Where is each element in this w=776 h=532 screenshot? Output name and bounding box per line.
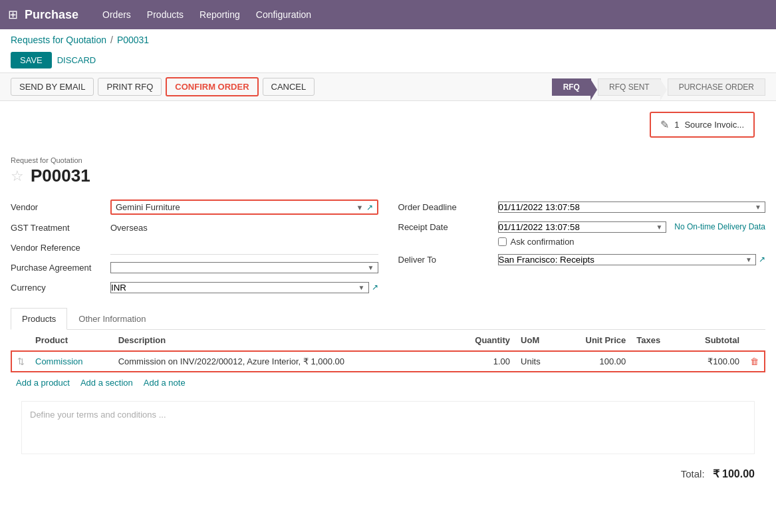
- vendor-row: Vendor Gemini Furniture ▼ ↗: [11, 197, 378, 217]
- purchase-agreement-row: Purchase Agreement ▼: [11, 257, 378, 277]
- order-deadline-select-wrapper: 01/11/2022 13:07:58 ▼: [498, 201, 766, 213]
- form-fields: Vendor Gemini Furniture ▼ ↗ GST Treatmen…: [11, 197, 765, 297]
- total-value: ₹ 100.00: [713, 467, 755, 480]
- vendor-reference-field[interactable]: [110, 240, 378, 255]
- nav-reporting[interactable]: Reporting: [192, 0, 248, 29]
- subtotal-cell: ₹100.00: [680, 351, 745, 372]
- uom-cell: Units: [515, 351, 559, 372]
- edit-icon: ✎: [660, 118, 669, 131]
- deliver-to-select[interactable]: San Francisco: Receipts: [498, 254, 757, 265]
- product-cell: Commission: [30, 351, 113, 372]
- status-pills: RFQ RFQ SENT PURCHASE ORDER: [552, 78, 765, 96]
- table-row: ⇅ Commission Commission on INV/2022/0001…: [11, 351, 765, 372]
- col-subtotal: Subtotal: [680, 330, 745, 351]
- source-invoice-button[interactable]: ✎ 1 Source Invoic...: [650, 112, 755, 138]
- breadcrumb-current: P00031: [117, 35, 149, 45]
- taxes-cell: [631, 351, 680, 372]
- col-description: Description: [113, 330, 451, 351]
- grid-icon[interactable]: ⊞: [8, 7, 18, 22]
- receipt-date-wrapper: 01/11/2022 13:07:58 ▼ No On-time Deliver…: [498, 221, 766, 233]
- add-section-link[interactable]: Add a section: [80, 378, 133, 388]
- vendor-reference-label: Vendor Reference: [11, 243, 110, 253]
- col-quantity: Quantity: [450, 330, 515, 351]
- discard-button[interactable]: DISCARD: [57, 55, 96, 65]
- delete-row-icon[interactable]: 🗑: [750, 356, 759, 366]
- deliver-to-select-wrapper: San Francisco: Receipts ▼: [498, 254, 757, 265]
- gst-row: GST Treatment Overseas: [11, 217, 378, 237]
- add-links: Add a product Add a section Add a note: [11, 372, 765, 393]
- breadcrumb-parent[interactable]: Requests for Quotation: [11, 35, 106, 45]
- currency-wrapper: INR ▼ ↗: [110, 282, 378, 293]
- source-invoice-area: ✎ 1 Source Invoic...: [0, 101, 776, 148]
- cancel-button[interactable]: CANCEL: [263, 78, 315, 96]
- purchase-agreement-wrapper: ▼: [110, 262, 378, 273]
- terms-area[interactable]: Define your terms and conditions ...: [21, 401, 755, 454]
- ask-confirmation-checkbox[interactable]: [498, 237, 507, 246]
- record-title: ☆ P00031: [11, 166, 765, 186]
- currency-select-wrapper: INR ▼: [110, 282, 369, 293]
- currency-external-link[interactable]: ↗: [372, 283, 378, 292]
- no-delivery-label: No On-time Delivery Data: [674, 222, 765, 231]
- receipt-date-select-wrapper: 01/11/2022 13:07:58 ▼: [498, 221, 667, 233]
- vendor-value: Gemini Furniture: [116, 202, 180, 212]
- total-label: Total:: [681, 468, 705, 479]
- col-uom: UoM: [515, 330, 559, 351]
- receipt-date-label: Receipt Date: [398, 222, 498, 232]
- tab-products[interactable]: Products: [11, 308, 67, 330]
- add-product-link[interactable]: Add a product: [16, 378, 70, 388]
- record-type-label: Request for Quotation: [11, 156, 765, 164]
- purchase-agreement-label: Purchase Agreement: [11, 263, 110, 273]
- order-deadline-select[interactable]: 01/11/2022 13:07:58: [498, 201, 766, 213]
- gst-value: Overseas: [110, 223, 378, 233]
- record-number: P00031: [31, 166, 90, 186]
- gst-label: GST Treatment: [11, 223, 110, 233]
- source-invoice-count: 1: [674, 120, 679, 130]
- order-deadline-label: Order Deadline: [398, 202, 498, 212]
- breadcrumb-separator: /: [110, 35, 113, 45]
- deliver-to-row: Deliver To San Francisco: Receipts ▼ ↗: [398, 249, 766, 269]
- breadcrumb: Requests for Quotation / P00031: [0, 29, 776, 48]
- vendor-value-wrapper: Gemini Furniture ▼ ↗: [110, 200, 378, 215]
- receipt-date-select[interactable]: 01/11/2022 13:07:58: [498, 221, 667, 233]
- nav-configuration[interactable]: Configuration: [248, 0, 319, 29]
- product-link[interactable]: Commission: [35, 356, 83, 366]
- favorite-star[interactable]: ☆: [11, 168, 24, 185]
- vendor-dropdown-arrow[interactable]: ▼: [356, 203, 364, 211]
- order-deadline-row: Order Deadline 01/11/2022 13:07:58 ▼: [398, 197, 766, 217]
- save-button[interactable]: SAVE: [11, 52, 52, 68]
- deliver-to-wrapper: San Francisco: Receipts ▼ ↗: [498, 254, 766, 265]
- send-by-email-button[interactable]: SEND BY EMAIL: [11, 78, 94, 96]
- deliver-to-label: Deliver To: [398, 255, 498, 265]
- vendor-label: Vendor: [11, 202, 110, 212]
- form-area: Request for Quotation ☆ P00031 Vendor Ge…: [0, 148, 776, 485]
- add-note-link[interactable]: Add a note: [144, 378, 186, 388]
- currency-select[interactable]: INR: [110, 282, 369, 293]
- col-product: Product: [30, 330, 113, 351]
- currency-row: Currency INR ▼ ↗: [11, 277, 378, 297]
- purchase-agreement-select-wrapper: ▼: [110, 262, 378, 273]
- terms-placeholder: Define your terms and conditions ...: [30, 410, 166, 420]
- vendor-external-link[interactable]: ↗: [366, 203, 373, 212]
- drag-handle[interactable]: ⇅: [11, 351, 30, 372]
- unit-price-cell: 100.00: [559, 351, 631, 372]
- delete-cell[interactable]: 🗑: [745, 351, 765, 372]
- status-rfq: RFQ: [552, 78, 591, 96]
- print-rfq-button[interactable]: PRINT RFQ: [98, 78, 162, 96]
- description-cell: Commission on INV/2022/00012, Azure Inte…: [113, 351, 451, 372]
- tabs-bar: Products Other Information: [11, 308, 765, 330]
- nav-products[interactable]: Products: [139, 0, 192, 29]
- deliver-to-external-link[interactable]: ↗: [759, 255, 765, 264]
- top-nav: ⊞ Purchase Orders Products Reporting Con…: [0, 0, 776, 29]
- receipt-date-row: Receipt Date 01/11/2022 13:07:58 ▼ No On…: [398, 217, 766, 237]
- confirm-order-button[interactable]: CONFIRM ORDER: [166, 77, 258, 96]
- tab-other-information[interactable]: Other Information: [67, 308, 157, 330]
- nav-orders[interactable]: Orders: [94, 0, 139, 29]
- vendor-reference-row: Vendor Reference: [11, 237, 378, 257]
- source-invoice-label: Source Invoic...: [684, 120, 744, 130]
- purchase-agreement-select[interactable]: [110, 262, 378, 273]
- action-buttons-bar: SAVE DISCARD: [0, 48, 776, 72]
- currency-label: Currency: [11, 283, 110, 293]
- app-title: Purchase: [25, 8, 78, 22]
- status-purchase-order: PURCHASE ORDER: [668, 78, 765, 96]
- ask-confirmation-row: Ask confirmation: [498, 237, 766, 249]
